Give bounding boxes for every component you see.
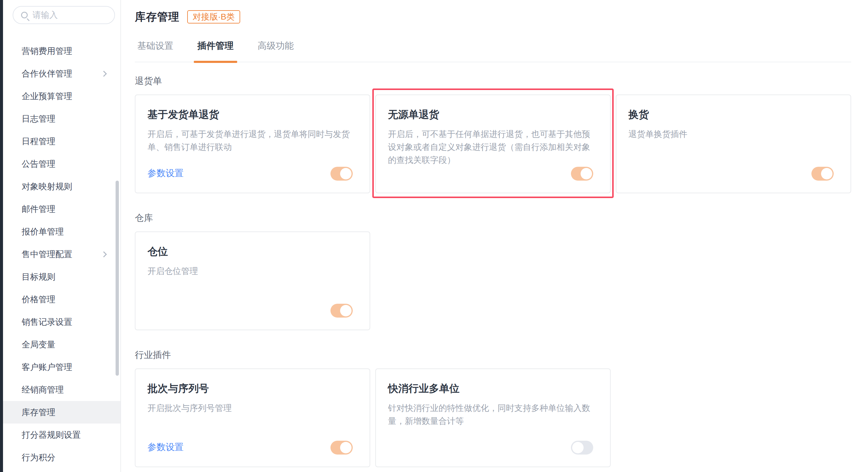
plugin-card-bin-location: 仓位 开启仓位管理 — [135, 231, 370, 330]
sidebar-item-mail-mgmt[interactable]: 邮件管理 — [3, 198, 120, 220]
search-input[interactable] — [32, 10, 105, 20]
sidebar-item-label: 经销商管理 — [22, 384, 64, 396]
card-description: 退货单换货插件 — [628, 128, 838, 140]
sidebar-item-label: 打分器规则设置 — [22, 429, 81, 441]
sidebar-item-label: 合作伙伴管理 — [22, 68, 72, 80]
card-wrap-highlighted: 无源单退货 开启后，可不基于任何单据进行退货，也可基于其他预设对象或者自定义对象… — [375, 95, 611, 193]
card-title: 换货 — [628, 108, 838, 122]
card-description: 开启后，可基于发货单进行退货，退货单将同时与发货单、销售订单进行联动 — [148, 128, 358, 154]
chevron-right-icon — [101, 251, 107, 257]
sidebar-item-label: 公告管理 — [22, 158, 55, 170]
page-title: 库存管理 — [135, 10, 179, 24]
card-description: 开启批次与序列号管理 — [148, 402, 358, 414]
tab-label: 插件管理 — [197, 41, 234, 51]
card-wrap: 换货 退货单换货插件 — [616, 95, 851, 193]
sidebar-item-schedule-mgmt[interactable]: 日程管理 — [3, 130, 120, 153]
sidebar-item-marketing-expense[interactable]: 营销费用管理 — [3, 40, 120, 62]
sidebar-item-in-sale-config[interactable]: 售中管理配置 — [3, 243, 120, 265]
sidebar-item-enterprise-budget[interactable]: 企业预算管理 — [3, 85, 120, 107]
card-row: 批次与序列号 开启批次与序列号管理 参数设置 快消行业多单位 针对快消行业的特性… — [135, 369, 851, 467]
tab-label: 高级功能 — [258, 41, 294, 51]
sidebar-item-behavior-points[interactable]: 行为积分 — [3, 446, 120, 469]
sidebar-search[interactable] — [13, 6, 115, 24]
section-title-industry-plugins: 行业插件 — [135, 349, 851, 361]
toggle-switch[interactable] — [571, 441, 593, 454]
search-icon — [21, 12, 28, 19]
plugin-card-return-by-delivery: 基于发货单退货 开启后，可基于发货单进行退货，退货单将同时与发货单、销售订单进行… — [135, 95, 370, 193]
card-wrap: 批次与序列号 开启批次与序列号管理 参数设置 — [135, 369, 370, 467]
settings-link[interactable]: 参数设置 — [148, 441, 184, 453]
page-header: 库存管理 对接版·B类 — [135, 8, 851, 25]
card-description: 开启后，可不基于任何单据进行退货，也可基于其他预设对象或者自定义对象进行退货（需… — [388, 128, 598, 166]
section-title-return-order: 退货单 — [135, 75, 851, 87]
settings-sidebar: 营销费用管理 合作伙伴管理 企业预算管理 日志管理 日程管理 公告管理 对象映射… — [3, 0, 121, 472]
app-window: 营销费用管理 合作伙伴管理 企业预算管理 日志管理 日程管理 公告管理 对象映射… — [0, 0, 868, 472]
sidebar-item-label: 行为积分 — [22, 452, 55, 463]
sidebar-item-label: 售中管理配置 — [22, 249, 72, 260]
tab-advanced-features[interactable]: 高级功能 — [255, 40, 296, 62]
tab-bar: 基础设置 插件管理 高级功能 — [135, 40, 851, 62]
sidebar-scrollbar[interactable] — [116, 181, 119, 376]
sidebar-item-distributor-mgmt[interactable]: 经销商管理 — [3, 378, 120, 401]
dark-edge-rail — [0, 0, 3, 472]
tab-label: 基础设置 — [137, 41, 173, 51]
sidebar-item-label: 库存管理 — [22, 407, 55, 418]
toggle-switch[interactable] — [811, 167, 834, 181]
plugin-card-fmcg-multi-unit: 快消行业多单位 针对快消行业的特性做优化，同时支持多种单位输入数量，新增数量合计… — [375, 369, 611, 467]
sidebar-item-label: 价格管理 — [22, 294, 55, 305]
card-title: 快消行业多单位 — [388, 382, 598, 396]
sidebar-item-announcement-mgmt[interactable]: 公告管理 — [3, 153, 120, 175]
sidebar-item-object-mapping-rules[interactable]: 对象映射规则 — [3, 175, 120, 198]
toggle-switch[interactable] — [331, 441, 353, 454]
sidebar-item-label: 对象映射规则 — [22, 181, 72, 192]
card-description: 开启仓位管理 — [148, 264, 358, 278]
sidebar-item-label: 日志管理 — [22, 113, 55, 125]
card-wrap: 仓位 开启仓位管理 — [135, 231, 370, 330]
card-title: 基于发货单退货 — [148, 108, 358, 122]
card-wrap: 快消行业多单位 针对快消行业的特性做优化，同时支持多种单位输入数量，新增数量合计… — [375, 369, 611, 467]
plugin-card-batch-serial: 批次与序列号 开启批次与序列号管理 参数设置 — [135, 369, 370, 467]
card-title: 仓位 — [148, 245, 358, 259]
version-badge: 对接版·B类 — [187, 10, 240, 24]
sidebar-item-label: 营销费用管理 — [22, 45, 72, 57]
card-row: 仓位 开启仓位管理 — [135, 231, 851, 330]
sidebar-item-log-mgmt[interactable]: 日志管理 — [3, 107, 120, 130]
tab-basic-settings[interactable]: 基础设置 — [135, 40, 176, 62]
card-title: 批次与序列号 — [148, 382, 358, 396]
toggle-switch[interactable] — [331, 167, 353, 181]
card-row: 基于发货单退货 开启后，可基于发货单进行退货，退货单将同时与发货单、销售订单进行… — [135, 95, 851, 193]
sidebar-item-label: 全局变量 — [22, 339, 55, 350]
sidebar-item-partner-mgmt[interactable]: 合作伙伴管理 — [3, 62, 120, 85]
sidebar-item-customer-account-mgmt[interactable]: 客户账户管理 — [3, 356, 120, 378]
card-wrap: 基于发货单退货 开启后，可基于发货单进行退货，退货单将同时与发货单、销售订单进行… — [135, 95, 370, 193]
toggle-switch[interactable] — [331, 304, 353, 318]
sidebar-item-label: 企业预算管理 — [22, 91, 72, 102]
section-title-warehouse: 仓库 — [135, 212, 851, 224]
sidebar-item-label: 日程管理 — [22, 136, 55, 147]
sidebar-item-quote-mgmt[interactable]: 报价单管理 — [3, 220, 120, 243]
sidebar-item-scorer-rule-settings[interactable]: 打分器规则设置 — [3, 423, 120, 446]
sidebar-item-inventory-mgmt[interactable]: 库存管理 — [3, 401, 120, 423]
sidebar-menu: 营销费用管理 合作伙伴管理 企业预算管理 日志管理 日程管理 公告管理 对象映射… — [3, 40, 120, 469]
sidebar-item-label: 目标规则 — [22, 271, 55, 283]
sidebar-item-label: 报价单管理 — [22, 226, 64, 238]
sidebar-item-global-variables[interactable]: 全局变量 — [3, 333, 120, 356]
sidebar-item-label: 邮件管理 — [22, 203, 55, 215]
main-content: 库存管理 对接版·B类 基础设置 插件管理 高级功能 退货单 基于发货单退货 开… — [121, 0, 868, 472]
tab-plugin-mgmt[interactable]: 插件管理 — [195, 40, 236, 62]
sidebar-item-price-mgmt[interactable]: 价格管理 — [3, 288, 120, 311]
settings-link[interactable]: 参数设置 — [148, 167, 184, 180]
card-description: 针对快消行业的特性做优化，同时支持多种单位输入数量，新增数量合计等 — [388, 402, 598, 428]
sidebar-item-sales-record-settings[interactable]: 销售记录设置 — [3, 311, 120, 333]
plugin-card-exchange: 换货 退货单换货插件 — [616, 95, 851, 193]
toggle-switch[interactable] — [571, 167, 593, 181]
sidebar-item-target-rules[interactable]: 目标规则 — [3, 265, 120, 288]
chevron-right-icon — [101, 71, 107, 77]
card-title: 无源单退货 — [388, 108, 598, 122]
plugin-card-sourceless-return: 无源单退货 开启后，可不基于任何单据进行退货，也可基于其他预设对象或者自定义对象… — [375, 95, 611, 193]
sidebar-item-label: 销售记录设置 — [22, 316, 72, 328]
sidebar-item-label: 客户账户管理 — [22, 361, 72, 373]
